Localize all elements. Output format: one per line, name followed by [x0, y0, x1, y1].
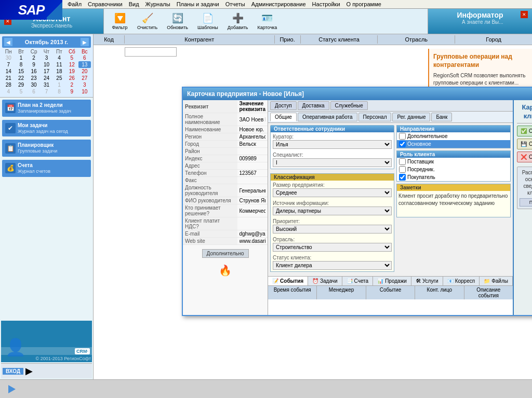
email-input[interactable] — [240, 231, 266, 237]
cal-day[interactable]: 4 — [53, 54, 65, 61]
cal-day[interactable]: 8 — [53, 88, 65, 95]
cal-day[interactable]: 14 — [2, 68, 15, 75]
menu-settings[interactable]: Настройки — [312, 1, 340, 7]
direction-main-cb[interactable] — [399, 141, 406, 147]
cal-day[interactable]: 20 — [78, 68, 91, 75]
calendar-prev-btn[interactable]: ◀ — [4, 38, 12, 46]
cal-day[interactable]: 15 — [15, 68, 27, 75]
menu-plans[interactable]: Планы и задачи — [177, 1, 219, 7]
menu-about[interactable]: О программе — [347, 1, 381, 7]
cal-day[interactable]: 10 — [40, 61, 52, 68]
cal-day[interactable]: 2 — [28, 54, 40, 61]
cal-day[interactable]: 11 — [53, 61, 65, 68]
decision-input[interactable] — [240, 208, 266, 214]
cal-day[interactable]: 3 — [78, 81, 91, 88]
cal-day[interactable]: 30 — [28, 81, 40, 88]
cal-day[interactable]: 23 — [28, 75, 40, 81]
cal-day[interactable]: 31 — [40, 81, 52, 88]
sidebar-item-invoices[interactable]: 💰 Счета Журнал счетов — [2, 160, 91, 177]
fullname-input[interactable] — [240, 117, 266, 122]
sidebar-item-tasks[interactable]: ✔ Мои задачи Журнал задач на сегод — [2, 120, 91, 137]
value-position[interactable] — [237, 184, 268, 197]
cal-day[interactable]: 12 — [65, 61, 78, 68]
cal-day[interactable]: 5 — [65, 54, 78, 61]
fax-input[interactable] — [240, 177, 266, 183]
bottom-tab-events[interactable]: 📝 События — [268, 277, 308, 285]
vhod-btn[interactable]: ВХОД — [3, 368, 23, 375]
subtab-personnel[interactable]: Персонал — [358, 113, 392, 121]
value-fio[interactable] — [237, 197, 268, 204]
bottom-tab-tasks[interactable]: ⏰ Задачи — [308, 277, 342, 285]
value-index[interactable] — [237, 155, 268, 162]
vat-input[interactable] — [240, 221, 266, 227]
index-input[interactable] — [240, 156, 266, 161]
cal-day[interactable]: 3 — [40, 54, 52, 61]
cal-day[interactable]: 6 — [28, 88, 40, 95]
informator-close-btn[interactable]: ✕ — [521, 11, 528, 18]
value-phone[interactable] — [237, 170, 268, 177]
subtab-bank[interactable]: Банк — [431, 113, 452, 121]
cal-day[interactable]: 16 — [28, 68, 40, 75]
value-district[interactable] — [237, 148, 268, 155]
bottom-tab-corresp[interactable]: 📧 Корресп — [443, 277, 480, 285]
sidebar-item-plan[interactable]: 📅 План на 2 недели Запланированные задач — [2, 100, 91, 117]
otrasl-select[interactable]: Строительство — [273, 243, 392, 252]
cal-day[interactable]: 25 — [53, 75, 65, 81]
save-btn[interactable]: 💾 Сохр. — [517, 139, 532, 149]
cal-day[interactable]: 22 — [15, 75, 27, 81]
sidebar-item-planner[interactable]: 📋 Планировщик Групповые задачи — [2, 140, 91, 157]
cal-day[interactable]: 7 — [2, 61, 15, 68]
cal-day[interactable]: 6 — [78, 54, 91, 61]
ok-btn[interactable]: ✅ OK — [517, 126, 532, 136]
menu-reports[interactable]: Отчеты — [225, 1, 245, 7]
cal-day[interactable]: 1 — [15, 54, 27, 61]
cal-day[interactable]: 8 — [15, 61, 27, 68]
cal-day[interactable]: 24 — [40, 75, 52, 81]
value-region[interactable] — [237, 133, 268, 141]
cal-day[interactable]: 9 — [65, 88, 78, 95]
istochnik-select[interactable]: Дилеры, партнеры — [273, 207, 392, 215]
menu-reference[interactable]: Справочники — [88, 1, 123, 7]
value-fullname[interactable] — [237, 113, 268, 126]
zametki-text[interactable]: Клиент просит доработку по предварительн… — [397, 191, 510, 217]
cal-day[interactable]: 21 — [2, 75, 15, 81]
subtab-general[interactable]: Общие — [270, 113, 297, 121]
bottom-tab-sales[interactable]: 📊 Продажи — [373, 277, 411, 285]
add-btn[interactable]: ➕ Добавить — [224, 11, 252, 32]
direction-dop-cb[interactable] — [399, 133, 406, 140]
cal-day[interactable]: 4 — [2, 88, 15, 95]
menu-view[interactable]: Вид — [129, 1, 139, 7]
name-input[interactable] — [240, 127, 266, 132]
clear-btn[interactable]: 🧹 Очистить — [134, 11, 161, 32]
cal-day-today[interactable]: 13 — [78, 61, 91, 68]
cal-day[interactable]: 29 — [15, 81, 27, 88]
cal-day[interactable]: 1 — [53, 81, 65, 88]
refresh-btn[interactable]: 🔄 Обновить — [163, 11, 192, 32]
value-fax[interactable] — [237, 177, 268, 184]
cal-day[interactable]: 2 — [65, 81, 78, 88]
search-input[interactable] — [125, 47, 177, 57]
templates-btn[interactable]: 📄 Шаблоны — [194, 11, 222, 32]
prioritet-select[interactable]: Высокий — [273, 225, 392, 234]
subtab-regdata[interactable]: Рег. данные — [392, 113, 430, 121]
calendar-next-btn[interactable]: ▶ — [81, 38, 89, 46]
bottom-tab-files[interactable]: 📁 Файлы — [480, 277, 513, 285]
position-input[interactable] — [240, 188, 266, 194]
value-name[interactable] — [237, 126, 268, 133]
bottom-tab-services[interactable]: 🛠 Услуги — [411, 277, 443, 285]
cal-day[interactable]: 27 — [78, 75, 91, 81]
value-address[interactable] — [237, 162, 268, 170]
district-input[interactable] — [240, 148, 266, 154]
card-btn[interactable]: 🪪 Карточка — [254, 11, 281, 32]
menu-file[interactable]: Файл — [68, 1, 82, 7]
role-intermediary-cb[interactable] — [399, 166, 406, 173]
status-select[interactable]: Клиент дилера — [273, 261, 392, 270]
phone-input[interactable] — [240, 170, 266, 176]
cancel-btn[interactable]: ❌ Отмена — [517, 152, 532, 162]
play-btn[interactable] — [8, 385, 16, 393]
razmer-select[interactable]: Среднее — [273, 188, 392, 197]
role-supplier-cb[interactable] — [399, 158, 406, 165]
role-buyer-cb[interactable] — [399, 174, 406, 181]
value-website[interactable] — [237, 238, 268, 245]
cal-day[interactable]: 19 — [65, 68, 78, 75]
